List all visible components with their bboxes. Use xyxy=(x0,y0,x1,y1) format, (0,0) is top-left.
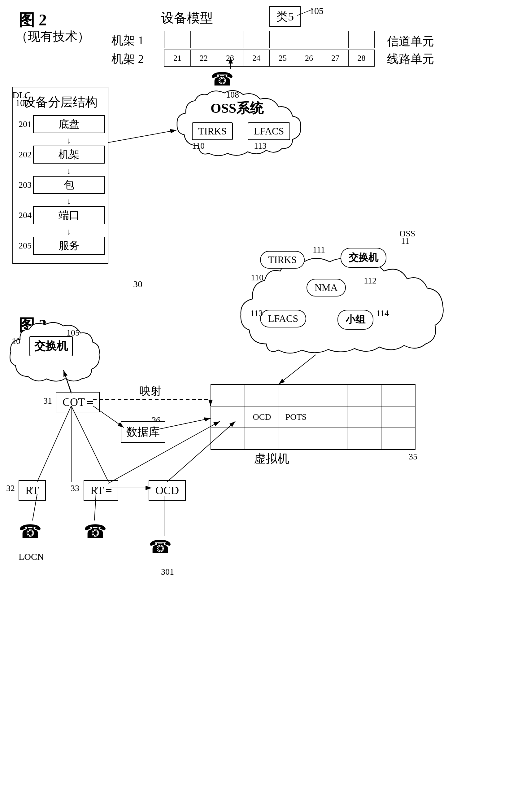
rack2-cell-26: 26 xyxy=(296,50,322,67)
device-hier-title: 设备分层结构 xyxy=(16,94,105,110)
vm-cell-ocd: OCD xyxy=(245,407,279,428)
vm-grid: OCD POTS xyxy=(210,384,415,450)
phone-rt2: ☎ xyxy=(83,520,107,543)
num-11: 11 xyxy=(401,236,409,246)
vm-cell-r3c1 xyxy=(211,428,245,450)
num-33: 33 xyxy=(71,483,79,493)
rack1-cell-3 xyxy=(217,31,243,48)
hier-item-rack: 202 机架 xyxy=(16,145,105,164)
hier-box-port: 端口 xyxy=(33,206,105,224)
svg-line-13 xyxy=(71,406,108,482)
rt-right-ticks xyxy=(106,489,111,492)
vm-cell-r2c5 xyxy=(347,407,381,428)
rack2-cell-21: 21 xyxy=(164,50,191,67)
num-110b: 110 xyxy=(251,272,264,283)
class5-box: 类5 xyxy=(269,6,301,27)
cloud-switch: 交换机 xyxy=(341,248,386,268)
hier-num-203: 203 xyxy=(16,180,32,190)
vm-cell-r1c6 xyxy=(381,385,415,407)
vm-cell-r3c5 xyxy=(347,428,381,450)
cot-box: COT xyxy=(56,392,100,412)
vm-cell-r3c2 xyxy=(245,428,279,450)
cloud-nma: NMA xyxy=(307,279,346,296)
num-108: 108 xyxy=(226,90,239,100)
cloud-tirks: TIRKS xyxy=(260,251,305,269)
rt-box-left: RT xyxy=(19,480,46,501)
oss-label-top: OSS系统 xyxy=(210,99,264,118)
hier-item-service: 205 服务 xyxy=(16,237,105,255)
hier-box-rack: 机架 xyxy=(33,145,105,164)
rack2-cell-22: 22 xyxy=(191,50,217,67)
num-31: 31 xyxy=(43,396,52,406)
rack1-cell-1 xyxy=(164,31,191,48)
num-301: 301 xyxy=(161,567,174,577)
fig2-subtitle: （现有技术） xyxy=(15,28,90,45)
rack1-cell-8 xyxy=(348,31,375,48)
lfacs-box-top: LFACS xyxy=(248,122,290,140)
rack1-grid xyxy=(164,31,375,48)
vm-cell-r1c5 xyxy=(347,385,381,407)
hier-num-204: 204 xyxy=(16,210,32,220)
num-113: 113 xyxy=(254,141,267,151)
rack2-cell-25: 25 xyxy=(269,50,296,67)
hier-num-201: 201 xyxy=(16,119,32,129)
hier-box-service: 服务 xyxy=(33,237,105,255)
phone-301: ☎ xyxy=(148,536,172,558)
rt-box-right: RT xyxy=(83,480,118,501)
num-35: 35 xyxy=(409,452,417,462)
page: 图 2 （现有技术） 设备模型 类5 105 机架 1 信道单元 机架 2 线路… xyxy=(0,0,509,812)
cloud-group: 小组 xyxy=(337,310,373,330)
rack1-cell-2 xyxy=(191,31,217,48)
db-label: 数据库 xyxy=(121,421,165,443)
num-10: 10 xyxy=(12,336,21,346)
num-114: 114 xyxy=(376,308,389,318)
rt-right-label: RT xyxy=(91,484,104,497)
hier-num-205: 205 xyxy=(16,241,32,251)
virtual-machine-label: 虚拟机 xyxy=(254,451,289,466)
num-32: 32 xyxy=(6,483,15,493)
switch-box-left: 交换机 xyxy=(29,336,73,356)
rack2-cell-23: 23 xyxy=(217,50,243,67)
cloud-lfacs: LFACS xyxy=(260,310,306,327)
locn-label: LOCN xyxy=(19,551,44,562)
hier-item-pack: 203 包 xyxy=(16,176,105,194)
rack1-label: 机架 1 xyxy=(111,33,144,48)
rack2-cell-27: 27 xyxy=(322,50,348,67)
phone-locn: ☎ xyxy=(19,520,42,543)
ocd-box: OCD xyxy=(148,480,186,501)
num-111: 111 xyxy=(313,245,325,255)
vm-cell-r1c3 xyxy=(279,385,313,407)
num-110: 110 xyxy=(192,141,205,151)
rack1-cell-7 xyxy=(322,31,348,48)
hier-arrow-2: ↓ xyxy=(33,166,105,176)
label-105: 105 xyxy=(310,6,324,16)
hier-box-chassis: 底盘 xyxy=(33,115,105,133)
rack1-cell-4 xyxy=(243,31,269,48)
svg-line-11 xyxy=(37,406,71,482)
tirks-box-top: TIRKS xyxy=(192,122,233,140)
vm-cell-r2c6 xyxy=(381,407,415,428)
mapping-label: 映射 xyxy=(139,384,162,399)
vm-cell-pots: POTS xyxy=(279,407,313,428)
hier-item-chassis: 201 底盘 xyxy=(16,115,105,133)
vm-cell-r3c3 xyxy=(279,428,313,450)
line-unit-label: 线路单元 xyxy=(387,51,434,67)
num-30: 30 xyxy=(133,279,142,289)
hier-item-port: 204 端口 xyxy=(16,206,105,224)
num-105b: 105 xyxy=(67,328,79,338)
vm-cell-r2c1 xyxy=(211,407,245,428)
vm-cell-r3c4 xyxy=(313,428,347,450)
svg-line-6 xyxy=(279,355,316,384)
rack1-cell-5 xyxy=(269,31,296,48)
equip-model-label: 设备模型 xyxy=(161,9,213,27)
hier-arrow-4: ↓ xyxy=(33,227,105,237)
hier-arrow-1: ↓ xyxy=(33,136,105,145)
device-hierarchy-box: 设备分层结构 201 底盘 ↓ 202 机架 ↓ 203 包 ↓ 204 端口 … xyxy=(12,87,108,264)
hier-arrow-3: ↓ xyxy=(33,196,105,206)
rack2-grid: 21 22 23 24 25 26 27 28 xyxy=(164,50,375,67)
vm-cell-r1c4 xyxy=(313,385,347,407)
cot-ticks xyxy=(87,401,93,404)
phone-top: ☎ xyxy=(210,68,234,90)
hier-num-202: 202 xyxy=(16,150,32,160)
num-112: 112 xyxy=(364,276,376,286)
